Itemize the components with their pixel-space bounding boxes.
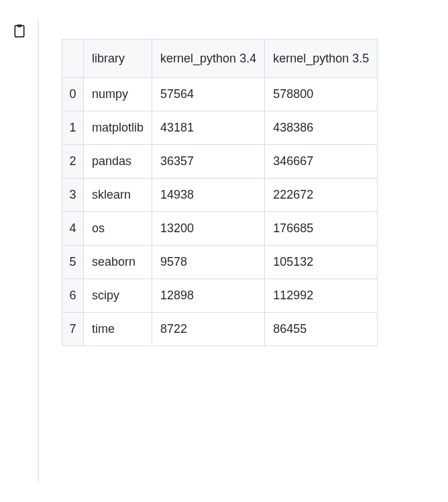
table-row: 5 seaborn 9578 105132 (62, 246, 378, 279)
table-row: 6 scipy 12898 112992 (62, 279, 378, 313)
cell-library: pandas (84, 145, 152, 179)
cell-divider (38, 20, 39, 482)
column-header: kernel_python 3.4 (152, 40, 265, 78)
cell-value: 176685 (265, 212, 378, 246)
svg-rect-1 (17, 25, 22, 28)
cell-value: 36357 (152, 145, 265, 179)
table-header: library kernel_python 3.4 kernel_python … (62, 40, 378, 78)
header-row: library kernel_python 3.4 kernel_python … (62, 40, 378, 78)
cell-value: 222672 (265, 179, 378, 212)
column-header: kernel_python 3.5 (265, 40, 378, 78)
row-index: 5 (62, 246, 84, 279)
cell-value: 86455 (265, 313, 378, 346)
cell-value: 43181 (152, 111, 265, 145)
cell-library: seaborn (84, 246, 152, 279)
dataframe-output: library kernel_python 3.4 kernel_python … (62, 20, 448, 482)
cell-value: 8722 (152, 313, 265, 346)
cell-library: time (84, 313, 152, 346)
cell-value: 105132 (265, 246, 378, 279)
table-row: 7 time 8722 86455 (62, 313, 378, 346)
table-row: 0 numpy 57564 578800 (62, 78, 378, 111)
row-index: 1 (62, 111, 84, 145)
table-row: 3 sklearn 14938 222672 (62, 179, 378, 212)
row-index: 4 (62, 212, 84, 246)
cell-gutter (13, 20, 38, 482)
cell-value: 112992 (265, 279, 378, 313)
cell-value: 438386 (265, 111, 378, 145)
cell-value: 14938 (152, 179, 265, 212)
row-index: 2 (62, 145, 84, 179)
cell-library: os (84, 212, 152, 246)
cell-value: 9578 (152, 246, 265, 279)
cell-value: 13200 (152, 212, 265, 246)
output-cell: library kernel_python 3.4 kernel_python … (0, 0, 448, 502)
cell-library: matplotlib (84, 111, 152, 145)
table-row: 2 pandas 36357 346667 (62, 145, 378, 179)
cell-library: sklearn (84, 179, 152, 212)
row-index: 6 (62, 279, 84, 313)
table-row: 1 matplotlib 43181 438386 (62, 111, 378, 145)
cell-value: 346667 (265, 145, 378, 179)
row-index: 7 (62, 313, 84, 346)
index-header (62, 40, 84, 78)
cell-value: 578800 (265, 78, 378, 111)
table-body: 0 numpy 57564 578800 1 matplotlib 43181 … (62, 78, 378, 346)
table-row: 4 os 13200 176685 (62, 212, 378, 246)
row-index: 3 (62, 179, 84, 212)
row-index: 0 (62, 78, 84, 111)
svg-rect-0 (15, 26, 23, 37)
cell-value: 57564 (152, 78, 265, 111)
clipboard-icon[interactable] (13, 24, 25, 38)
cell-value: 12898 (152, 279, 265, 313)
column-header: library (84, 40, 152, 78)
dataframe-table: library kernel_python 3.4 kernel_python … (62, 39, 378, 346)
cell-library: scipy (84, 279, 152, 313)
cell-library: numpy (84, 78, 152, 111)
